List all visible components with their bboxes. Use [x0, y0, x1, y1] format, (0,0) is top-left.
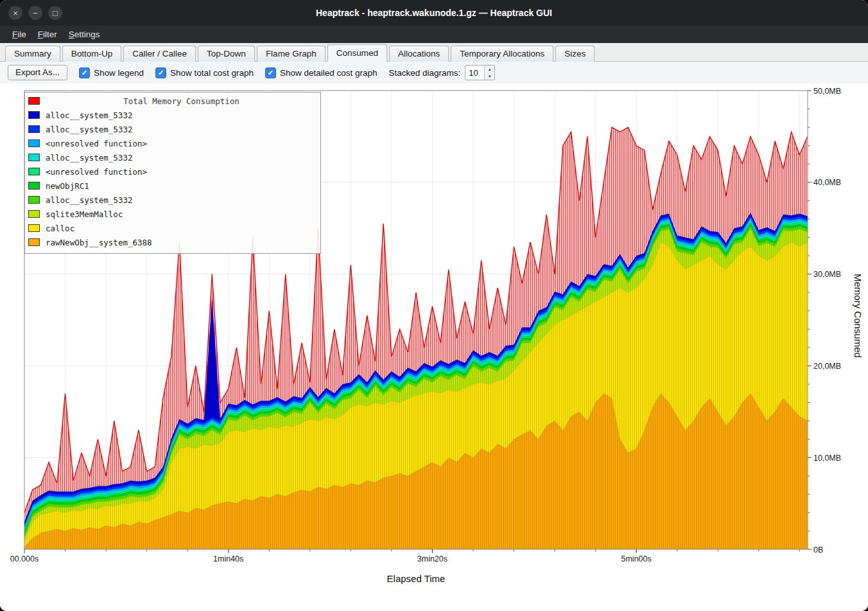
tab-bottom-up[interactable]: Bottom-Up — [62, 46, 122, 62]
svg-text:50,0MB: 50,0MB — [813, 87, 841, 96]
heaptrack-window: × − □ Heaptrack - heaptrack.wakunode.1.g… — [0, 0, 868, 611]
titlebar[interactable]: × − □ Heaptrack - heaptrack.wakunode.1.g… — [0, 0, 868, 26]
stacked-diagrams-value: 10 — [465, 66, 484, 80]
spinner-down-icon[interactable]: ▼ — [485, 73, 494, 80]
svg-text:5min00s: 5min00s — [621, 554, 652, 563]
tab-caller-callee[interactable]: Caller / Callee — [123, 46, 196, 62]
svg-text:1min40s: 1min40s — [213, 554, 243, 563]
legend-entry: alloc__system_5332 — [28, 108, 317, 122]
stacked-diagrams-spinner[interactable]: 10 ▲ ▼ — [465, 65, 495, 80]
svg-text:30,0MB: 30,0MB — [813, 270, 841, 279]
legend-entry: alloc__system_5332 — [28, 122, 317, 136]
legend-swatch — [28, 182, 40, 190]
legend-swatch — [28, 111, 40, 119]
svg-text:0B: 0B — [813, 545, 823, 554]
window-controls: × − □ — [0, 6, 62, 20]
legend-label: newObjRC1 — [46, 181, 89, 191]
menu-settings[interactable]: Settings — [63, 27, 106, 42]
legend-label: rawNewObj__system_6388 — [46, 238, 152, 247]
checkmark-icon: ✓ — [265, 67, 276, 78]
checkbox-show-total-cost-graph[interactable]: ✓Show total cost graph — [155, 67, 254, 78]
legend-label: alloc__system_5332 — [46, 125, 132, 134]
chart-area[interactable]: 0B10,0MB20,0MB30,0MB40,0MB50,0MB00.000s1… — [0, 84, 868, 611]
legend-swatch — [28, 97, 40, 105]
close-icon: × — [13, 8, 18, 17]
tab-top-down[interactable]: Top-Down — [198, 46, 255, 62]
minimize-icon: − — [33, 8, 38, 17]
legend-entry: <unresolved function> — [28, 136, 317, 150]
maximize-icon: □ — [53, 8, 58, 17]
menu-file[interactable]: File — [6, 27, 32, 42]
tab-allocations[interactable]: Allocations — [389, 46, 449, 62]
legend-entry: rawNewObj__system_6388 — [28, 235, 317, 249]
legend-swatch — [28, 224, 40, 232]
legend-swatch — [28, 210, 40, 218]
svg-text:Memory Consumed: Memory Consumed — [853, 274, 864, 358]
tab-summary[interactable]: Summary — [5, 46, 60, 62]
legend-label: sqlite3MemMalloc — [46, 209, 123, 219]
svg-text:Elapsed Time: Elapsed Time — [387, 573, 446, 584]
window-title: Heaptrack - heaptrack.wakunode.1.gz — He… — [0, 8, 868, 18]
close-button[interactable]: × — [8, 6, 22, 20]
legend-entry: alloc__system_5332 — [28, 193, 317, 207]
legend-title-row: Total Memory Consumption — [28, 94, 317, 108]
legend-label: alloc__system_5332 — [46, 153, 132, 163]
legend-swatch — [28, 238, 40, 246]
legend-title: Total Memory Consumption — [46, 96, 317, 106]
stacked-diagrams-label: Stacked diagrams: — [389, 68, 461, 78]
svg-text:20,0MB: 20,0MB — [813, 362, 841, 371]
checkmark-icon: ✓ — [79, 67, 90, 78]
checkbox-label: Show legend — [94, 68, 144, 78]
legend-swatch — [28, 168, 40, 175]
legend-swatch — [28, 139, 40, 147]
checkmark-icon: ✓ — [155, 67, 166, 78]
stacked-diagrams-group: Stacked diagrams: 10 ▲ ▼ — [389, 65, 496, 80]
checkbox-label: Show detailed cost graph — [280, 68, 378, 78]
legend-entry: sqlite3MemMalloc — [28, 207, 317, 221]
tab-consumed[interactable]: Consumed — [327, 44, 387, 62]
legend-label: <unresolved function> — [46, 167, 147, 177]
legend-swatch — [28, 125, 40, 133]
checkbox-label: Show total cost graph — [170, 68, 254, 78]
legend-label: alloc__system_5332 — [46, 195, 132, 205]
export-as-button[interactable]: Export As... — [8, 65, 67, 80]
checkbox-show-legend[interactable]: ✓Show legend — [79, 67, 144, 78]
tab-flame-graph[interactable]: Flame Graph — [257, 46, 326, 62]
menu-filter[interactable]: Filter — [32, 27, 63, 42]
spinner-up-icon[interactable]: ▲ — [485, 66, 494, 73]
legend-label: alloc__system_5332 — [46, 111, 132, 120]
toolbar-checkboxes: ✓Show legend✓Show total cost graph✓Show … — [79, 67, 378, 78]
legend-swatch — [28, 154, 40, 161]
svg-text:00.000s: 00.000s — [10, 554, 39, 563]
tab-bar: SummaryBottom-UpCaller / CalleeTop-DownF… — [0, 43, 868, 62]
svg-text:3min20s: 3min20s — [417, 554, 447, 563]
legend-entry: alloc__system_5332 — [28, 150, 317, 164]
maximize-button[interactable]: □ — [48, 6, 62, 20]
legend-swatch — [28, 196, 40, 204]
legend-entry: newObjRC1 — [28, 179, 317, 193]
svg-text:10,0MB: 10,0MB — [813, 454, 841, 463]
tab-sizes[interactable]: Sizes — [555, 46, 595, 62]
chart-legend: Total Memory Consumptionalloc__system_53… — [24, 92, 321, 254]
legend-entry: <unresolved function> — [28, 164, 317, 179]
legend-entry: calloc — [28, 221, 317, 235]
legend-label: <unresolved function> — [46, 139, 147, 148]
checkbox-show-detailed-cost-graph[interactable]: ✓Show detailed cost graph — [265, 67, 378, 78]
toolbar: Export As... ✓Show legend✓Show total cos… — [0, 62, 868, 84]
tab-temporary-allocations[interactable]: Temporary Allocations — [451, 46, 553, 62]
svg-text:40,0MB: 40,0MB — [813, 178, 841, 187]
legend-label: calloc — [46, 224, 74, 233]
menubar: FileFilterSettings — [0, 26, 868, 43]
minimize-button[interactable]: − — [28, 6, 42, 20]
